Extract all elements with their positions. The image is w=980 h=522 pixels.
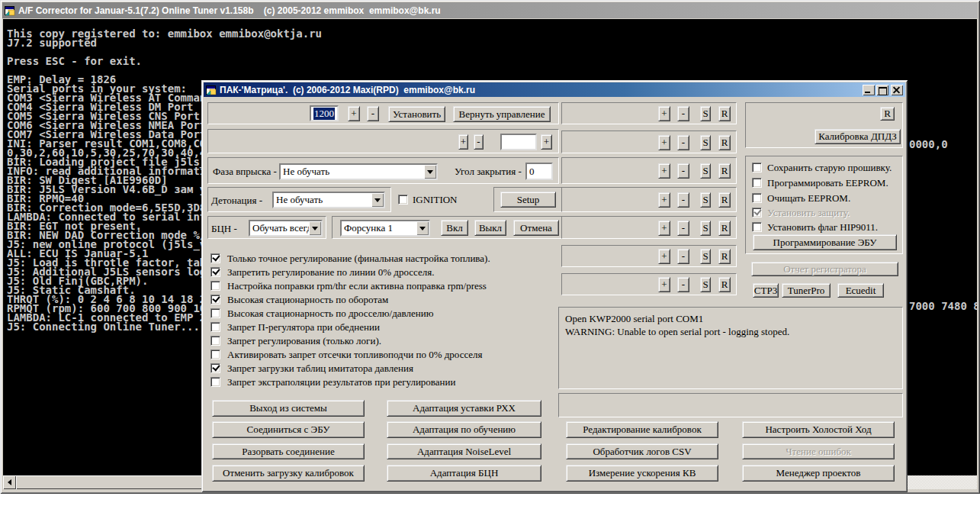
calibration-r-button[interactable]: R	[880, 107, 895, 121]
spin-r-button[interactable]: R	[718, 163, 731, 179]
adaptation-bcn-button[interactable]: Адаптация БЦН	[387, 465, 541, 482]
exit-system-button[interactable]: Выход из системы	[212, 400, 365, 417]
spin-minus-button[interactable]: -	[677, 106, 689, 121]
chevron-down-icon[interactable]	[416, 221, 429, 235]
spin-minus-button[interactable]: -	[677, 192, 689, 208]
adjust-plus2-button[interactable]: +	[541, 134, 552, 150]
adaptation-learning-button[interactable]: Адаптация по обучению	[387, 421, 541, 438]
spin-s-button[interactable]: S	[700, 163, 711, 179]
option-checkbox[interactable]	[210, 295, 220, 304]
spin-r-button[interactable]: R	[718, 135, 731, 150]
option-label: Запретить регулирование по линии 0% дрос…	[227, 266, 434, 279]
spin-plus-button[interactable]: +	[658, 277, 670, 292]
spin-plus-button[interactable]: +	[658, 135, 670, 150]
detonation-dropdown[interactable]: Не обучать	[272, 192, 385, 208]
return-control-button[interactable]: Вернуть управление	[453, 106, 551, 122]
spin-s-button[interactable]: S	[700, 249, 711, 264]
option-checkbox[interactable]	[210, 350, 220, 359]
calibrate-tps-button[interactable]: Калибровка ДПДЗ	[815, 129, 901, 144]
spin-r-button[interactable]: R	[718, 277, 731, 292]
spin-plus-button[interactable]: +	[658, 192, 670, 208]
chevron-down-icon[interactable]	[309, 221, 321, 235]
rpm-minus-button[interactable]: -	[367, 106, 379, 121]
tune-idle-button[interactable]: Настроить Холостой Ход	[742, 421, 895, 438]
spin-minus-button[interactable]: -	[677, 221, 689, 236]
cancel-calibration-load-button[interactable]: Отменить загрузку калибровок	[212, 465, 365, 482]
maximize-button[interactable]	[876, 85, 888, 95]
console-titlebar: A/F Corrector for Januar-5.1(7.2) Online…	[2, 2, 978, 18]
spin-plus-button[interactable]: +	[658, 249, 670, 264]
adjust-value-input[interactable]	[500, 134, 537, 150]
spin-r-button[interactable]: R	[718, 106, 731, 121]
adjust-minus-button[interactable]: -	[474, 134, 484, 150]
flag-label: Программировать EEPROM.	[767, 177, 888, 189]
ignition-checkbox[interactable]	[398, 195, 408, 205]
spin-s-button[interactable]: S	[700, 221, 711, 236]
edit-calibrations-button[interactable]: Редактирование калибровок	[566, 421, 718, 438]
close-button[interactable]	[891, 85, 903, 95]
scroll-left-button[interactable]	[3, 475, 16, 489]
console-window-title: A/F Corrector for Januar-5.1(7.2) Online…	[18, 5, 441, 16]
chevron-down-icon[interactable]	[424, 165, 436, 179]
minimize-button[interactable]	[863, 85, 875, 95]
spin-minus-button[interactable]: -	[677, 135, 689, 150]
closing-angle-input[interactable]: 0	[525, 163, 553, 180]
adjust-plus-button[interactable]: +	[458, 134, 468, 150]
spin-s-button[interactable]: S	[700, 135, 711, 150]
rpm-value-input[interactable]: 1200	[310, 105, 339, 121]
program-ecu-button[interactable]: Программирование ЭБУ	[753, 234, 897, 250]
set-button[interactable]: Установить	[388, 106, 445, 122]
setup-button[interactable]: Setup	[500, 192, 556, 208]
spin-plus-button[interactable]: +	[658, 106, 670, 121]
spin-minus-button[interactable]: -	[677, 163, 689, 179]
spin-s-button[interactable]: S	[700, 192, 711, 208]
connect-ecu-button[interactable]: Соединиться с ЭБУ	[212, 421, 365, 438]
adaptation-rxx-button[interactable]: Адаптация уставки РХХ	[387, 400, 541, 417]
option-checkbox[interactable]	[210, 308, 220, 318]
injector-on-button[interactable]: Вкл	[441, 220, 468, 236]
ecuedit-button[interactable]: Ecuedit	[837, 283, 884, 298]
spin-s-button[interactable]: S	[700, 106, 711, 121]
adaptation-noiselevel-button[interactable]: Адаптация NoiseLevel	[387, 443, 541, 459]
disconnect-button[interactable]: Разорвать соединение	[212, 443, 365, 459]
option-checkbox[interactable]	[210, 281, 220, 291]
injector-panel: Форсунка 1 Вкл Выкл Отмена	[332, 216, 562, 239]
injection-phase-panel: Фаза впрыска - Не обучать Угол закрытия …	[207, 157, 559, 184]
ctp3-button[interactable]: СТР3	[753, 283, 779, 298]
arrow-left-icon	[5, 479, 11, 485]
spin-r-button[interactable]: R	[718, 192, 731, 208]
flag-checkbox[interactable]	[752, 178, 762, 188]
ignition-label: IGNITION	[413, 194, 457, 206]
injector-dropdown[interactable]: Форсунка 1	[340, 220, 430, 237]
rpm-plus-button[interactable]: +	[348, 106, 360, 121]
flag-checkbox[interactable]	[752, 222, 762, 232]
chevron-down-icon[interactable]	[371, 193, 384, 207]
option-checkbox[interactable]	[210, 267, 220, 277]
injector-cancel-button[interactable]: Отмена	[513, 220, 559, 236]
crankshaft-acceleration-button[interactable]: Измерение ускорения КВ	[566, 465, 718, 482]
spin-minus-button[interactable]: -	[677, 277, 689, 292]
csv-log-processor-button[interactable]: Обработчик логов CSV	[566, 443, 718, 459]
spin-s-button[interactable]: S	[700, 277, 711, 292]
injection-phase-dropdown[interactable]: Не обучать	[279, 163, 438, 180]
dialog-titlebar[interactable]: ПАК-'Матрица'. (c) 2006-2012 Maxi(RPD) e…	[204, 82, 905, 97]
option-checkbox[interactable]	[210, 253, 220, 263]
calibration-group: R Калибровка ДПДЗ	[745, 102, 903, 148]
spin-minus-button[interactable]: -	[677, 249, 689, 264]
option-checkbox[interactable]	[210, 377, 220, 387]
spin-plus-button[interactable]: +	[658, 221, 670, 236]
injector-off-button[interactable]: Выкл	[474, 220, 506, 236]
project-manager-button[interactable]: Менеджер проектов	[742, 465, 895, 482]
option-checkbox[interactable]	[210, 363, 220, 373]
tunerpro-button[interactable]: TunerPro	[782, 283, 831, 298]
spin-r-button[interactable]: R	[718, 221, 731, 236]
spin-plus-button[interactable]: +	[658, 163, 670, 179]
flag-checkbox[interactable]	[752, 163, 762, 172]
flag-checkbox[interactable]	[752, 193, 762, 203]
option-checkbox[interactable]	[210, 322, 220, 332]
option-label: Запрет регулирования (только логи).	[227, 335, 381, 347]
spin-row-panel: + - S R	[561, 157, 737, 184]
option-checkbox[interactable]	[210, 336, 220, 346]
bcn-dropdown[interactable]: Обучать всегда	[249, 220, 323, 237]
spin-r-button[interactable]: R	[718, 249, 731, 264]
